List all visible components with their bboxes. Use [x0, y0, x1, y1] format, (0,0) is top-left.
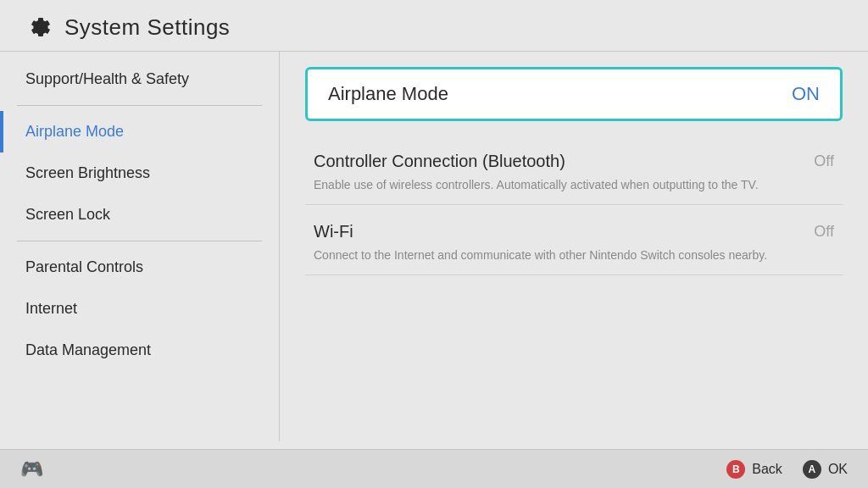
bluetooth-setting-description: Enable use of wireless controllers. Auto…	[314, 176, 834, 194]
bluetooth-setting-value: Off	[814, 152, 834, 170]
main-layout: Support/Health & Safety Airplane Mode Sc…	[0, 52, 868, 441]
sidebar-item-screenlock[interactable]: Screen Lock	[0, 194, 279, 236]
wifi-setting-row: Wi-Fi Off	[314, 222, 834, 241]
sidebar-item-airplane[interactable]: Airplane Mode	[0, 111, 279, 152]
sidebar-divider-1	[17, 105, 262, 106]
sidebar-item-data[interactable]: Data Management	[0, 330, 279, 371]
wifi-setting-item[interactable]: Wi-Fi Off Connect to the Internet and co…	[305, 208, 843, 275]
airplane-mode-status: ON	[792, 83, 820, 105]
gear-icon	[25, 14, 53, 41]
ok-button-label: OK	[828, 462, 848, 477]
airplane-mode-panel[interactable]: Airplane Mode ON	[305, 67, 843, 121]
back-button[interactable]: B Back	[726, 460, 782, 479]
header: System Settings	[0, 0, 868, 52]
sidebar: Support/Health & Safety Airplane Mode Sc…	[0, 52, 280, 441]
content-area: Airplane Mode ON Controller Connection (…	[280, 52, 868, 441]
ok-button[interactable]: A OK	[803, 460, 848, 479]
sidebar-item-parental[interactable]: Parental Controls	[0, 247, 279, 288]
bottom-buttons: B Back A OK	[726, 460, 848, 479]
bluetooth-setting-name: Controller Connection (Bluetooth)	[314, 152, 565, 171]
back-button-label: Back	[752, 462, 782, 477]
bluetooth-setting-row: Controller Connection (Bluetooth) Off	[314, 152, 834, 171]
bottom-bar: 🎮 B Back A OK	[0, 449, 868, 488]
page-title: System Settings	[64, 14, 230, 41]
b-button-icon: B	[726, 460, 745, 479]
sidebar-item-internet[interactable]: Internet	[0, 288, 279, 330]
airplane-mode-label: Airplane Mode	[328, 83, 448, 105]
bluetooth-setting-item[interactable]: Controller Connection (Bluetooth) Off En…	[305, 138, 843, 205]
sidebar-divider-2	[17, 241, 262, 241]
a-button-icon: A	[803, 460, 821, 479]
wifi-setting-value: Off	[814, 223, 834, 241]
console-icon: 🎮	[20, 458, 43, 480]
sidebar-item-brightness[interactable]: Screen Brightness	[0, 152, 279, 194]
sidebar-item-support[interactable]: Support/Health & Safety	[0, 58, 279, 100]
wifi-setting-description: Connect to the Internet and communicate …	[314, 247, 834, 264]
wifi-setting-name: Wi-Fi	[314, 222, 353, 241]
